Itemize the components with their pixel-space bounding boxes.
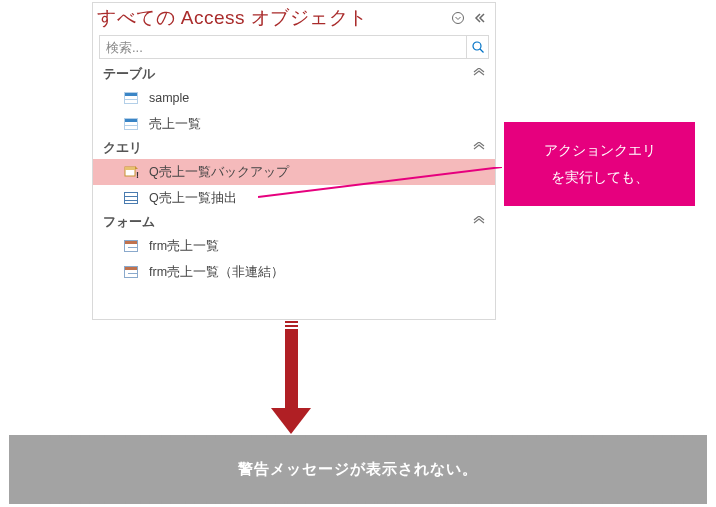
result-text: 警告メッセージが表示されない。 — [238, 460, 478, 479]
callout-box: アクションクエリ を実行しても、 — [504, 122, 695, 206]
access-navigation-pane: すべての Access オブジェクト テーブル sample 売上一覧 クエリ — [92, 2, 496, 320]
search-icon[interactable] — [466, 36, 488, 58]
pane-header: すべての Access オブジェクト — [93, 3, 495, 33]
form-icon — [123, 238, 139, 254]
search-row — [99, 35, 489, 59]
callout-line2: を実行しても、 — [551, 169, 649, 185]
search-input[interactable] — [100, 36, 466, 58]
collapse-icon — [473, 142, 485, 154]
callout-line1: アクションクエリ — [544, 142, 656, 158]
group-header-tables[interactable]: テーブル — [93, 63, 495, 85]
pane-collapse-icon[interactable] — [471, 9, 489, 27]
svg-text:!: ! — [136, 170, 139, 180]
table-item[interactable]: sample — [93, 85, 495, 111]
form-icon — [123, 264, 139, 280]
result-message-box: 警告メッセージが表示されない。 — [9, 435, 707, 504]
query-item-select[interactable]: Q売上一覧抽出 — [93, 185, 495, 211]
group-header-forms[interactable]: フォーム — [93, 211, 495, 233]
svg-point-1 — [473, 42, 481, 50]
arrow-down-icon — [280, 321, 302, 434]
select-query-icon — [123, 190, 139, 206]
table-item[interactable]: 売上一覧 — [93, 111, 495, 137]
table-icon — [123, 90, 139, 106]
query-item-backup[interactable]: ! Q売上一覧バックアップ — [93, 159, 495, 185]
group-header-queries[interactable]: クエリ — [93, 137, 495, 159]
make-table-query-icon: ! — [123, 164, 139, 180]
collapse-icon — [473, 68, 485, 80]
pane-dropdown-icon[interactable] — [449, 9, 467, 27]
svg-point-0 — [453, 13, 464, 24]
form-item[interactable]: frm売上一覧 — [93, 233, 495, 259]
svg-rect-4 — [125, 167, 135, 170]
table-icon — [123, 116, 139, 132]
form-item[interactable]: frm売上一覧（非連結） — [93, 259, 495, 285]
svg-line-2 — [480, 49, 484, 53]
collapse-icon — [473, 216, 485, 228]
pane-title: すべての Access オブジェクト — [97, 5, 449, 31]
